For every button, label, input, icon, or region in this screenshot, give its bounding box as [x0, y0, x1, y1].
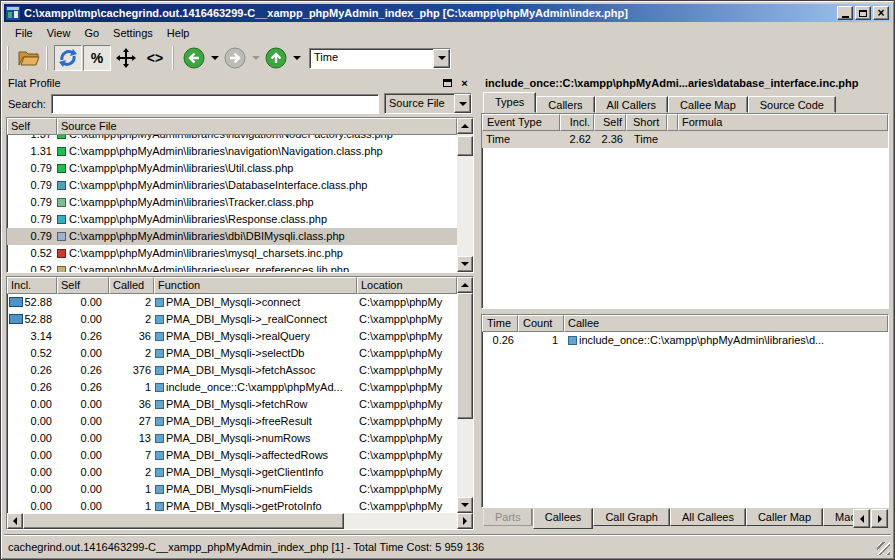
function-row[interactable]: 0.00 0.00 7 PMA_DBI_Mysqli->affectedRows…	[7, 447, 457, 464]
source-file-row[interactable]: 0.79 C:\xampp\phpMyAdmin\libraries\Datab…	[7, 177, 457, 194]
column-header-self[interactable]: Self	[57, 277, 109, 294]
event-type-combobox[interactable]: Time	[309, 48, 451, 69]
function-row[interactable]: 0.00 0.00 1 PMA_DBI_Mysqli->numFields C:…	[7, 481, 457, 498]
percent-button[interactable]: %	[83, 45, 111, 71]
detail-tab[interactable]: Types	[483, 92, 536, 113]
dock-float-button[interactable]	[440, 76, 455, 90]
function-hscrollbar[interactable]	[7, 513, 473, 529]
relative-cost-button[interactable]: <>	[141, 45, 169, 71]
detail-tab[interactable]: All Callers	[595, 96, 669, 113]
function-row[interactable]: 0.52 0.00 2 PMA_DBI_Mysqli->selectDb C:\…	[7, 345, 457, 362]
move-cross-icon	[116, 48, 136, 68]
cycle-graph-button[interactable]	[54, 45, 82, 71]
detail-tab[interactable]: Callee Map	[668, 96, 748, 113]
callee-row[interactable]: 0.26 1 include_once::C:\xampp\phpMyAdmin…	[482, 332, 888, 349]
bottom-tab[interactable]: Call Graph	[593, 508, 670, 526]
open-file-button[interactable]	[15, 45, 43, 71]
title-bar[interactable]: C:\xampp\tmp\cachegrind.out.1416463299-C…	[4, 4, 891, 22]
column-header-location[interactable]: Location	[357, 277, 457, 294]
forward-dropdown[interactable]	[250, 45, 261, 71]
menu-item[interactable]: File	[8, 25, 40, 41]
resize-grip[interactable]	[877, 542, 890, 555]
scroll-down-button[interactable]	[457, 256, 473, 272]
source-file-row[interactable]: 0.79 C:\xampp\phpMyAdmin\libraries\Util.…	[7, 160, 457, 177]
maximize-button[interactable]	[855, 6, 871, 20]
event-type-row[interactable]: Time 2.62 2.36 Time	[482, 131, 888, 148]
close-icon: ×	[877, 8, 884, 18]
menu-item[interactable]: Settings	[106, 25, 160, 41]
source-scrollbar[interactable]	[457, 118, 473, 272]
source-file-row[interactable]: 0.79 C:\xampp\phpMyAdmin\libraries\dbi\D…	[7, 228, 457, 245]
source-file-row[interactable]: 0.79 C:\xampp\phpMyAdmin\libraries\Track…	[7, 194, 457, 211]
tab-scroll-right-button[interactable]	[871, 509, 888, 528]
function-scrollbar[interactable]	[457, 277, 473, 513]
minimize-button[interactable]	[837, 6, 853, 20]
group-by-combobox[interactable]: Source File	[384, 93, 472, 114]
column-header-incl[interactable]: Incl.	[560, 114, 594, 131]
toolbar-handle[interactable]	[7, 46, 12, 70]
column-header-incl[interactable]: Incl.	[7, 277, 57, 294]
up-button[interactable]	[262, 45, 290, 71]
column-header-formula[interactable]: Formula	[678, 114, 888, 131]
column-header-called[interactable]: Called	[109, 277, 154, 294]
source-file-row[interactable]: 0.52 C:\xampp\phpMyAdmin\libraries\mysql…	[7, 245, 457, 262]
bottom-tab[interactable]: Parts	[483, 508, 533, 526]
source-file-row[interactable]: 1.31 C:\xampp\phpMyAdmin\libraries\navig…	[7, 143, 457, 160]
function-row[interactable]: 0.00 0.00 2 PMA_DBI_Mysqli->getClientInf…	[7, 464, 457, 481]
column-header-short[interactable]: Short	[626, 114, 667, 131]
forward-button[interactable]	[221, 45, 249, 71]
menu-item[interactable]: View	[40, 25, 78, 41]
close-button[interactable]: ×	[873, 6, 889, 20]
function-row[interactable]: 0.00 0.00 36 PMA_DBI_Mysqli->fetchRow C:…	[7, 396, 457, 413]
column-header-function[interactable]: Function	[154, 277, 357, 294]
function-row[interactable]: 0.00 0.00 13 PMA_DBI_Mysqli->numRows C:\…	[7, 430, 457, 447]
detail-tab[interactable]: Source Code	[748, 96, 836, 113]
scroll-thumb[interactable]	[457, 293, 473, 419]
bottom-tab[interactable]: Machine Code	[823, 508, 853, 526]
function-row[interactable]: 52.88 0.00 2 PMA_DBI_Mysqli->_realConnec…	[7, 311, 457, 328]
menu-item[interactable]: Go	[77, 25, 106, 41]
column-header-self[interactable]: Self	[7, 118, 57, 135]
scroll-thumb[interactable]	[457, 136, 473, 156]
bottom-tab[interactable]: Callees	[533, 508, 594, 529]
bottom-tab[interactable]: Caller Map	[746, 508, 823, 526]
search-input[interactable]	[51, 94, 379, 114]
expand-areas-button[interactable]	[112, 45, 140, 71]
combo-arrow-button[interactable]	[454, 94, 471, 113]
column-header-count[interactable]: Count	[518, 315, 564, 332]
scroll-down-button[interactable]	[457, 497, 473, 513]
scroll-up-button[interactable]	[457, 277, 473, 293]
function-row[interactable]: 0.26 0.26 1 include_once::C:\xampp\phpMy…	[7, 379, 457, 396]
toolbar-handle[interactable]	[46, 46, 51, 70]
bottom-tab[interactable]: All Callees	[670, 508, 746, 526]
source-file-row[interactable]: 1.37 C:\xampp\phpMyAdmin\libraries\navig…	[7, 135, 457, 143]
column-header-callee[interactable]: Callee	[564, 315, 888, 332]
source-file-row[interactable]: 0.52 C:\xampp\phpMyAdmin\libraries\user_…	[7, 262, 457, 272]
scroll-track[interactable]	[457, 134, 473, 256]
function-row[interactable]: 0.00 0.00 1 PMA_DBI_Mysqli->getProtoInfo…	[7, 498, 457, 513]
function-row[interactable]: 0.00 0.00 27 PMA_DBI_Mysqli->freeResult …	[7, 413, 457, 430]
scroll-left-button[interactable]	[7, 513, 23, 529]
scroll-up-button[interactable]	[457, 118, 473, 134]
scroll-right-button[interactable]	[457, 513, 473, 529]
menu-item[interactable]: Help	[160, 25, 197, 41]
tab-scroll-left-button[interactable]	[853, 509, 870, 528]
detail-tab[interactable]: Callers	[536, 96, 594, 113]
scroll-track[interactable]	[457, 293, 473, 497]
column-header-self[interactable]: Self	[594, 114, 626, 131]
column-header-time[interactable]: Time	[482, 315, 518, 332]
function-row[interactable]: 3.14 0.26 36 PMA_DBI_Mysqli->realQuery C…	[7, 328, 457, 345]
toolbar-handle[interactable]	[172, 46, 177, 70]
column-header-event-type[interactable]: Event Type	[482, 114, 560, 131]
function-row[interactable]: 0.26 0.26 376 PMA_DBI_Mysqli->fetchAssoc…	[7, 362, 457, 379]
scroll-thumb[interactable]	[23, 513, 344, 529]
back-button[interactable]	[180, 45, 208, 71]
scroll-track[interactable]	[23, 513, 457, 529]
back-dropdown[interactable]	[209, 45, 220, 71]
source-file-row[interactable]: 0.79 C:\xampp\phpMyAdmin\libraries\Respo…	[7, 211, 457, 228]
combo-arrow-button[interactable]	[433, 49, 450, 68]
function-row[interactable]: 52.88 0.00 2 PMA_DBI_Mysqli->connect C:\…	[7, 294, 457, 311]
dock-close-button[interactable]: ×	[457, 76, 472, 90]
column-header-source-file[interactable]: Source File	[57, 118, 457, 135]
up-dropdown[interactable]	[291, 45, 302, 71]
